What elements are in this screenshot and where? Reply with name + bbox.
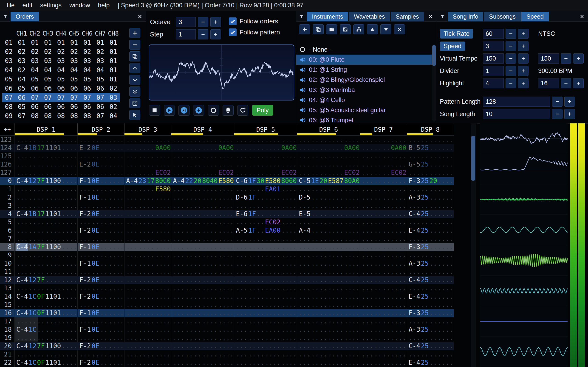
menu-help[interactable]: help: [94, 2, 113, 9]
order-row-08[interactable]: 080506060606060602: [2, 102, 120, 111]
highlight-first-decrease-button[interactable]: [506, 78, 516, 88]
order-cell[interactable]: 04: [41, 66, 54, 75]
instrument-open-button[interactable]: [326, 24, 337, 34]
pattern-cell[interactable]: ...........: [124, 243, 171, 251]
order-cell[interactable]: 06: [15, 93, 28, 102]
pattern-cell[interactable]: ...............: [15, 301, 78, 309]
pattern-cell[interactable]: D-61F..........: [234, 193, 297, 202]
order-cell[interactable]: 06: [68, 84, 81, 93]
menu-edit[interactable]: edit: [19, 2, 36, 9]
pattern-cell[interactable]: ...........: [124, 218, 171, 226]
instrument-add-button[interactable]: [299, 24, 310, 34]
order-cell[interactable]: 02: [41, 47, 54, 56]
pattern-cell[interactable]: ...........: [124, 276, 171, 284]
pattern-cell[interactable]: .......EC02....: [234, 218, 297, 226]
order-duplicate-end-button[interactable]: [129, 86, 140, 97]
pattern-cell[interactable]: ...........: [360, 334, 407, 342]
pattern-cell[interactable]: ...........: [360, 243, 407, 251]
virtual-tempo-divisor-input[interactable]: [538, 53, 559, 64]
pattern-cell[interactable]: A-4............: [297, 226, 360, 235]
order-row-02[interactable]: 020202020202020201: [2, 47, 120, 56]
order-cell[interactable]: 08: [28, 111, 41, 121]
pattern-row-19[interactable]: 19......................................…: [0, 334, 454, 342]
pattern-expand-button[interactable]: ++: [0, 123, 15, 135]
pattern-cell[interactable]: ...........: [124, 350, 171, 359]
pattern-cell[interactable]: ...........: [124, 135, 171, 144]
pattern-cell[interactable]: F-20E......: [78, 292, 124, 301]
pattern-cell[interactable]: ...........: [124, 301, 171, 309]
pattern-cell[interactable]: ...........: [78, 268, 124, 276]
tick-rate-button[interactable]: Tick Rate: [440, 29, 473, 39]
pattern-row-13[interactable]: 13......................................…: [0, 284, 454, 292]
pattern-cell[interactable]: ...............: [171, 193, 234, 202]
speed-button[interactable]: Speed: [440, 42, 465, 51]
divider-increase-button[interactable]: [518, 66, 528, 76]
pattern-cell[interactable]: ...............: [297, 284, 360, 292]
pattern-cell[interactable]: ...........: [124, 251, 171, 259]
pattern-cell[interactable]: ...............: [234, 301, 297, 309]
pattern-cell[interactable]: ...........: [360, 210, 407, 218]
order-move-up-button[interactable]: [129, 63, 140, 73]
order-cell[interactable]: 03: [41, 56, 54, 66]
order-cell[interactable]: 04: [107, 111, 120, 121]
pattern-cell[interactable]: .......EA01....: [234, 185, 297, 193]
pattern-cell[interactable]: ...........: [360, 251, 407, 259]
pattern-cell[interactable]: ...............: [234, 292, 297, 301]
pattern-cell[interactable]: A-325......: [407, 193, 454, 202]
instrument-move-up-button[interactable]: [367, 24, 378, 34]
pattern-cell[interactable]: ...........: [407, 268, 454, 276]
pattern-cell[interactable]: ...........: [78, 202, 124, 210]
pattern-cell[interactable]: C-4127F........: [15, 276, 78, 284]
highlight-second-input[interactable]: [538, 78, 559, 88]
pattern-cell[interactable]: ...............: [171, 342, 234, 350]
pattern-cell[interactable]: G-525......: [407, 160, 454, 169]
order-cell[interactable]: 07: [68, 93, 81, 102]
pattern-cell[interactable]: F-20E......: [78, 342, 124, 350]
pattern-cell[interactable]: ...............: [171, 317, 234, 325]
pattern-cell[interactable]: ...........: [78, 251, 124, 259]
pattern-row-16[interactable]: 16C-41C0F1101....F-10E..................…: [0, 309, 454, 317]
speed-decrease-button[interactable]: [506, 41, 516, 51]
order-cell[interactable]: 06: [94, 102, 107, 111]
pattern-cell[interactable]: ...............: [15, 193, 78, 202]
order-cell[interactable]: 05: [15, 102, 28, 111]
pattern-cell[interactable]: ...............: [171, 309, 234, 317]
pattern-length-decrease-button[interactable]: [552, 97, 562, 107]
pattern-cell[interactable]: C-61F30E5808060: [234, 177, 297, 185]
pattern-cell[interactable]: ...............: [171, 350, 234, 359]
pattern-cell[interactable]: ...........: [360, 284, 407, 292]
instrument-save-button[interactable]: [340, 24, 351, 34]
pattern-row-124[interactable]: 124C-41B171101....E-20E.............0A00…: [0, 144, 454, 152]
order-cell[interactable]: 07: [15, 111, 28, 121]
order-cell[interactable]: 03: [15, 56, 28, 66]
speed-input[interactable]: [483, 41, 504, 51]
pattern-cell[interactable]: ...............: [234, 243, 297, 251]
order-row-07[interactable]: 070607070707070703: [2, 93, 120, 102]
repeat-button[interactable]: [237, 105, 248, 116]
highlight-second-increase-button[interactable]: [573, 78, 584, 88]
pattern-cell[interactable]: ...............: [297, 218, 360, 226]
pattern-cell[interactable]: ...........: [124, 235, 171, 243]
order-cell[interactable]: 06: [81, 84, 94, 93]
follow-orders-checkbox[interactable]: [229, 17, 237, 25]
instrument-folders-button[interactable]: [353, 24, 364, 34]
pattern-cell[interactable]: ...............: [171, 226, 234, 235]
order-cell[interactable]: 01: [94, 38, 107, 47]
pattern-cell[interactable]: ...........EC02: [171, 169, 234, 177]
follow-pattern-checkbox[interactable]: [229, 28, 237, 36]
pattern-row-21[interactable]: 21......................................…: [0, 350, 454, 359]
pattern-cell[interactable]: ...............: [297, 259, 360, 268]
pattern-cell[interactable]: ...........0A00: [234, 144, 297, 152]
tick-rate-increase-button[interactable]: [518, 29, 528, 39]
order-cell[interactable]: 05: [28, 75, 41, 84]
pattern-cell[interactable]: ...........: [78, 301, 124, 309]
octave-increase-button[interactable]: [210, 17, 221, 27]
tick-rate-input[interactable]: [483, 29, 504, 39]
pattern-cell[interactable]: ...............: [15, 218, 78, 226]
pattern-cell[interactable]: ...........: [78, 169, 124, 177]
pattern-cell[interactable]: ...........: [124, 268, 171, 276]
pattern-cell[interactable]: C-4127F1100....: [15, 177, 78, 185]
order-cell[interactable]: 02: [28, 47, 41, 56]
order-cell[interactable]: 04: [68, 66, 81, 75]
instrument-item[interactable]: 01: @1 String: [296, 65, 432, 75]
